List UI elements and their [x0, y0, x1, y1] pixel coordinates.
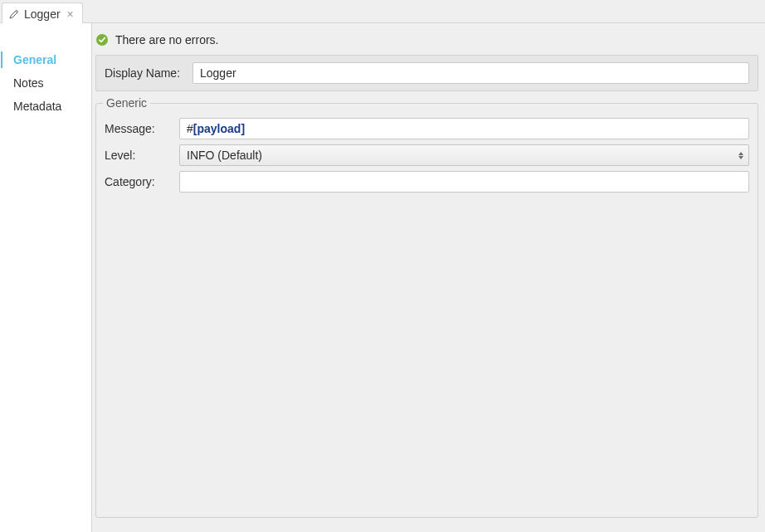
tab-label: Logger	[24, 7, 61, 21]
message-prefix: #	[187, 122, 193, 135]
category-input[interactable]	[179, 171, 749, 193]
message-input[interactable]: #[payload]	[179, 118, 749, 139]
generic-legend: Generic	[103, 96, 150, 110]
svg-point-0	[96, 34, 108, 46]
generic-fieldset: Generic Message: #[payload] Level: INFO …	[95, 96, 758, 518]
level-label: Level:	[105, 149, 173, 162]
message-row: Message: #[payload]	[105, 118, 749, 139]
level-select[interactable]: INFO (Default)	[179, 144, 749, 166]
display-name-label: Display Name:	[105, 66, 188, 80]
tab-close-button[interactable]: ×	[66, 8, 76, 20]
message-close-bracket: ]	[241, 122, 245, 135]
status-row: There are no errors.	[92, 23, 765, 55]
nav-item-notes[interactable]: Notes	[0, 71, 91, 95]
editor-tab-logger[interactable]: Logger ×	[2, 2, 83, 23]
check-circle-icon	[95, 33, 109, 46]
category-row: Category:	[105, 171, 749, 193]
display-name-block: Display Name:	[95, 55, 758, 91]
status-text: There are no errors.	[115, 33, 219, 46]
display-name-input[interactable]	[192, 62, 749, 84]
level-row: Level: INFO (Default)	[105, 144, 749, 166]
message-label: Message:	[105, 122, 173, 135]
main-pane: There are no errors. Display Name: Gener…	[92, 23, 765, 532]
pencil-icon	[9, 9, 19, 19]
left-nav: General Notes Metadata	[0, 23, 92, 532]
stepper-icon[interactable]	[735, 147, 747, 164]
level-select-wrap: INFO (Default)	[179, 144, 749, 166]
level-selected-value: INFO (Default)	[187, 149, 262, 162]
chevron-up-icon	[738, 152, 743, 155]
tab-bar: Logger ×	[0, 0, 765, 23]
chevron-down-icon	[738, 156, 743, 159]
category-label: Category:	[105, 175, 173, 188]
nav-item-metadata[interactable]: Metadata	[0, 95, 91, 118]
nav-item-general[interactable]: General	[0, 48, 91, 71]
message-token: payload	[197, 122, 241, 135]
